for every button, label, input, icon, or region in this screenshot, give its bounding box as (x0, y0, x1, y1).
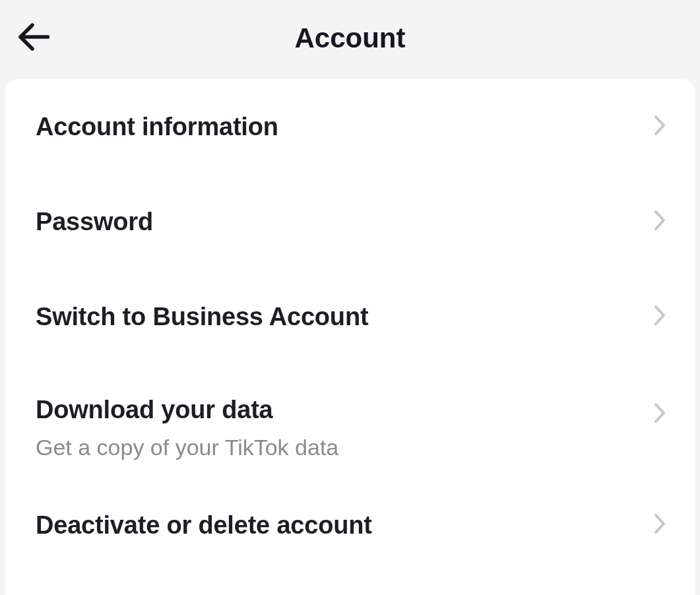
list-item-label: Account information (36, 113, 278, 141)
list-item-label: Download your data (36, 396, 338, 424)
list-item-password[interactable]: Password (5, 174, 695, 269)
chevron-right-icon (654, 402, 666, 426)
list-item-switch-business[interactable]: Switch to Business Account (5, 269, 695, 364)
chevron-right-icon (654, 305, 666, 329)
list-item-text: Password (36, 208, 153, 236)
back-button[interactable] (15, 20, 51, 57)
list-item-sublabel: Get a copy of your TikTok data (36, 435, 338, 460)
arrow-left-icon (16, 22, 49, 54)
list-item-label: Switch to Business Account (36, 303, 368, 331)
list-item-account-information[interactable]: Account information (5, 79, 695, 174)
list-item-text: Download your data Get a copy of your Ti… (36, 396, 338, 460)
list-item-text: Deactivate or delete account (36, 511, 372, 540)
page-title: Account (18, 22, 682, 54)
header: Account (0, 0, 700, 77)
chevron-right-icon (654, 210, 666, 234)
chevron-right-icon (654, 513, 666, 537)
list-item-text: Account information (36, 113, 278, 141)
list-item-deactivate-delete[interactable]: Deactivate or delete account (5, 480, 695, 575)
settings-list: Account information Password Switch to B… (5, 79, 695, 595)
list-item-label: Deactivate or delete account (36, 511, 372, 540)
chevron-right-icon (654, 115, 666, 139)
list-item-download-data[interactable]: Download your data Get a copy of your Ti… (5, 364, 695, 480)
list-item-text: Switch to Business Account (36, 303, 368, 331)
list-item-label: Password (36, 208, 153, 236)
